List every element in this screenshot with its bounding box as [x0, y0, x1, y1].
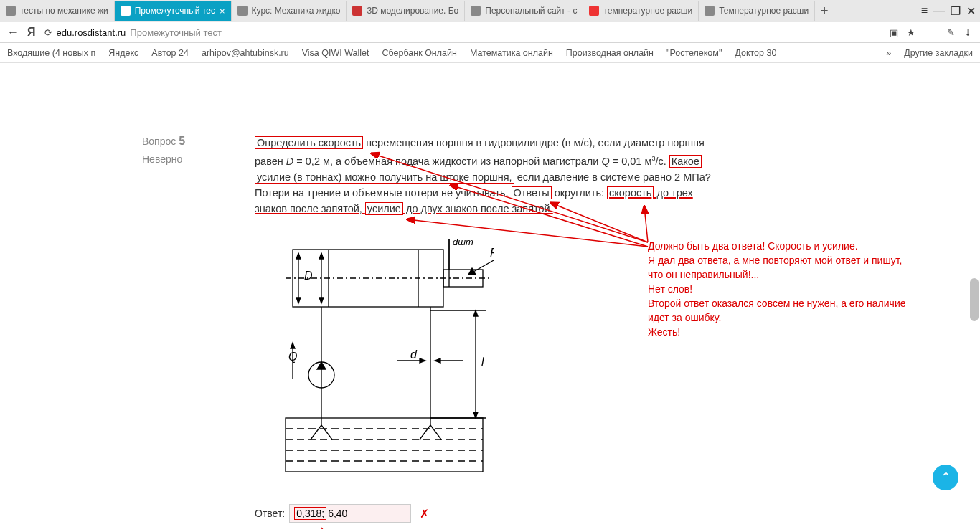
address-bar: ← Я ⟳ edu.rosdistant.ru Промежуточный те… [0, 22, 980, 43]
svg-line-35 [321, 528, 356, 529]
more-bookmarks-chevron[interactable]: » [886, 48, 891, 58]
answer-label: Ответ: [255, 508, 285, 519]
shield-icon[interactable]: ▣ [890, 27, 898, 38]
bookmark-item[interactable]: Автор 24 [151, 48, 189, 58]
bookmark-item[interactable]: Входящие (4 новых п [7, 48, 95, 58]
user-annotation: Должно быть два ответа! Скорость и усили… [648, 239, 949, 339]
maximize-icon[interactable]: ❐ [951, 4, 961, 18]
close-window-icon[interactable]: ✕ [966, 4, 976, 18]
bookmark-item[interactable]: Доктор 30 [735, 48, 776, 58]
bookmark-item[interactable]: arhipov@ahtubinsk.ru [202, 48, 289, 58]
answer-row: Ответ: 0,318;6,40 ✗ [255, 504, 429, 523]
download-icon[interactable]: ⭳ [963, 27, 973, 38]
svg-text:l: l [481, 356, 484, 368]
url-domain: edu.rosdistant.ru [57, 27, 126, 38]
svg-rect-18 [286, 418, 483, 472]
tab-3[interactable]: 3D моделирование. Бо [347, 1, 465, 21]
url-box[interactable]: ⟳ edu.rosdistant.ru Промежуточный тест [44, 27, 882, 38]
question-sidebar: Вопрос 5 Неверно [142, 135, 242, 165]
question-number: Вопрос 5 [142, 135, 242, 148]
svg-text:dшт: dшт [453, 237, 473, 247]
tab-5[interactable]: температурное расши [583, 1, 699, 21]
tab-6[interactable]: Температурное расши [699, 1, 815, 21]
scroll-top-button[interactable]: ⌃ [933, 465, 958, 490]
bookmark-item[interactable]: Visa QIWI Wallet [302, 48, 369, 58]
close-icon[interactable]: × [220, 6, 225, 16]
bookmark-item[interactable]: Яндекс [108, 48, 138, 58]
tab-1-active[interactable]: Промежуточный тес× [115, 1, 232, 21]
titlebar: тесты по механике жи Промежуточный тес× … [0, 0, 980, 22]
back-button[interactable]: ← [7, 26, 19, 39]
bookmark-item[interactable]: Математика онлайн [470, 48, 553, 58]
scrollbar-thumb[interactable] [970, 278, 979, 321]
new-tab-button[interactable]: + [815, 4, 834, 19]
bookmark-item[interactable]: Производная онлайн [566, 48, 654, 58]
reload-icon[interactable]: ⟳ [44, 27, 52, 38]
tab-2[interactable]: Курс: Механика жидко [232, 1, 347, 21]
svg-text:Q: Q [288, 351, 297, 363]
hydraulic-diagram: D Q d l F dшт [278, 235, 494, 486]
url-title: Промежуточный тест [130, 27, 222, 38]
other-bookmarks[interactable]: Другие закладки [904, 48, 973, 58]
feather-icon[interactable]: ✎ [947, 27, 955, 38]
svg-text:D: D [304, 270, 313, 282]
favorite-icon[interactable]: ★ [907, 27, 915, 38]
tab-4[interactable]: Персональный сайт - с [465, 1, 583, 21]
question-text: Определить скорость перемещения поршня в… [255, 135, 757, 217]
bookmarks-bar: Входящие (4 новых п Яндекс Автор 24 arhi… [0, 43, 980, 63]
wrong-label: Неверно [142, 153, 242, 165]
svg-text:d: d [410, 348, 418, 361]
bookmark-item[interactable]: Сбербанк Онлайн [382, 48, 457, 58]
menu-icon[interactable]: ≡ [921, 4, 928, 17]
answer-input[interactable]: 0,318;6,40 [289, 504, 411, 523]
wrong-icon: ✗ [420, 507, 429, 521]
svg-text:F: F [490, 247, 494, 259]
minimize-icon[interactable]: — [933, 4, 945, 17]
bookmark-item[interactable]: "Ростелеком" [666, 48, 722, 58]
tab-0[interactable]: тесты по механике жи [0, 1, 115, 21]
yandex-button[interactable]: Я [27, 26, 36, 39]
